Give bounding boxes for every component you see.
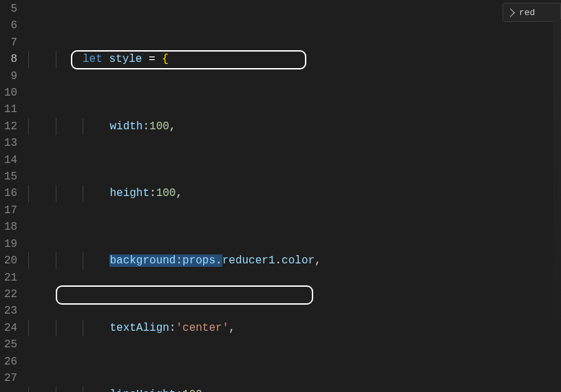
prop-height: height [109, 187, 149, 199]
line-number: 21 [4, 270, 17, 286]
prop-textalign: textAlign [109, 322, 169, 334]
line-number: 19 [4, 236, 17, 252]
line-number: 17 [4, 202, 17, 219]
line-number: 7 [4, 34, 17, 51]
line-number: 12 [4, 118, 17, 135]
line-number: 8 [4, 51, 17, 67]
breadcrumb-label: red [519, 8, 535, 18]
line-number: 27 [4, 370, 17, 386]
keyword-let: let [83, 53, 103, 65]
prop-width: width [109, 120, 142, 133]
line-number: 15 [4, 168, 17, 185]
prop-background: background [109, 254, 176, 267]
chevron-right-icon [506, 8, 515, 17]
var-style: style [109, 53, 142, 65]
line-number: 9 [4, 68, 17, 85]
line-number: 11 [4, 101, 17, 118]
code-editor: 5678910111213141516171819202122232425262… [0, 0, 561, 392]
code-area[interactable]: let style = { width:100, height:100, bac… [25, 0, 561, 392]
minimap[interactable] [553, 19, 561, 392]
line-number: 13 [4, 135, 17, 151]
line-number: 16 [4, 185, 17, 202]
line-number: 26 [4, 353, 17, 370]
line-number: 18 [4, 219, 17, 235]
line-number: 20 [4, 252, 17, 269]
line-number: 23 [4, 303, 17, 319]
prop-lineheight: lineHeight [109, 389, 176, 392]
highlight-box-2 [56, 285, 313, 305]
line-number-gutter: 5678910111213141516171819202122232425262… [0, 0, 25, 392]
line-number: 10 [4, 85, 17, 101]
line-number: 25 [4, 336, 17, 353]
line-number: 6 [4, 17, 17, 34]
line-number: 5 [4, 1, 17, 17]
line-number: 22 [4, 286, 17, 303]
line-number: 14 [4, 152, 17, 168]
line-number: 24 [4, 320, 17, 336]
